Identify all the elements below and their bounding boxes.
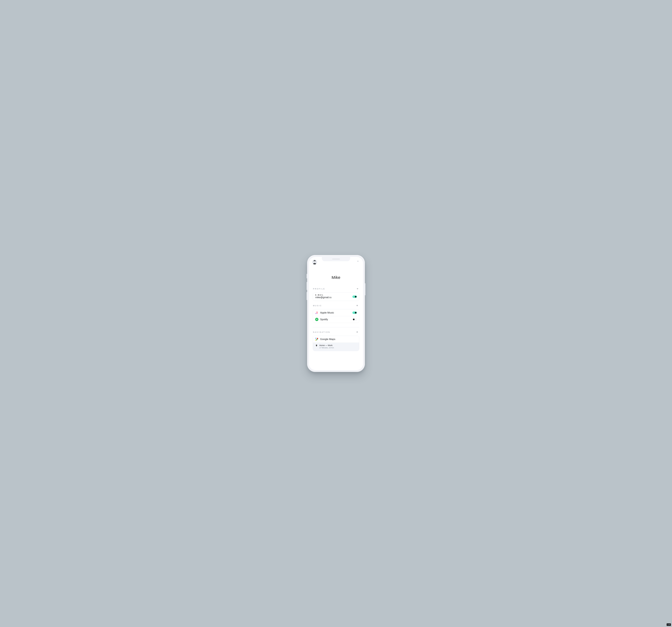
navigation-row-label: Google Maps bbox=[320, 338, 357, 341]
phone-side-button bbox=[307, 274, 307, 278]
navigation-row-gmaps: Google Maps bbox=[313, 336, 359, 343]
phone-frame: Mike PROFILE E-MAIL mike@gmail.ru MUSIC … bbox=[307, 255, 365, 372]
navigation-route-row[interactable]: Home — Work 17 Minutes, 23 Km bbox=[313, 343, 359, 351]
section-label: MUSIC bbox=[313, 305, 322, 307]
phone-side-button bbox=[307, 282, 307, 290]
add-music-button[interactable]: + bbox=[356, 304, 359, 307]
svg-point-7 bbox=[317, 338, 318, 339]
phone-notch bbox=[322, 257, 350, 261]
screen-content: Mike PROFILE E-MAIL mike@gmail.ru MUSIC … bbox=[309, 257, 363, 370]
phone-side-button bbox=[365, 283, 365, 295]
add-navigation-button[interactable]: + bbox=[356, 330, 359, 333]
section-label: PROFILE bbox=[313, 288, 325, 290]
apple-music-icon bbox=[315, 311, 318, 315]
email-toggle[interactable] bbox=[353, 296, 357, 298]
music-row-spotify: Spotify bbox=[313, 316, 359, 323]
music-card: Apple Music Spotify bbox=[313, 309, 359, 323]
route-title: Home — Work bbox=[319, 344, 334, 346]
email-value: mike@gmail.ru bbox=[315, 296, 331, 299]
phone-screen: Mike PROFILE E-MAIL mike@gmail.ru MUSIC … bbox=[309, 257, 363, 370]
music-row-label: Spotify bbox=[320, 318, 353, 321]
section-label: NAVIGATION bbox=[313, 331, 330, 333]
section-header-profile[interactable]: PROFILE bbox=[313, 287, 359, 290]
section-header-navigation: NAVIGATION + bbox=[313, 330, 359, 333]
email-row: E-MAIL mike@gmail.ru bbox=[313, 293, 359, 301]
phone-side-button bbox=[307, 292, 307, 300]
page-title: Mike bbox=[313, 275, 359, 280]
music-spotify-toggle[interactable] bbox=[353, 318, 357, 321]
google-maps-icon bbox=[315, 338, 318, 341]
music-apple-toggle[interactable] bbox=[353, 311, 357, 314]
music-row-label: Apple Music bbox=[320, 311, 353, 314]
svg-point-8 bbox=[316, 345, 317, 345]
section-header-music: MUSIC + bbox=[313, 304, 359, 307]
plus-icon: + bbox=[356, 304, 359, 307]
location-pin-icon bbox=[315, 344, 318, 347]
route-subtitle: 17 Minutes, 23 Km bbox=[319, 347, 334, 349]
watermark-badge: ui8 bbox=[667, 623, 671, 626]
music-row-apple: Apple Music bbox=[313, 309, 359, 316]
profile-card: E-MAIL mike@gmail.ru bbox=[313, 293, 359, 301]
chevron-down-icon[interactable] bbox=[356, 287, 359, 290]
navigation-card: Google Maps Home — Work 17 Minutes, 23 K… bbox=[313, 336, 359, 351]
phone-speaker bbox=[332, 259, 340, 259]
plus-icon: + bbox=[356, 330, 359, 333]
spotify-icon bbox=[315, 318, 318, 321]
email-label: E-MAIL bbox=[315, 294, 357, 296]
